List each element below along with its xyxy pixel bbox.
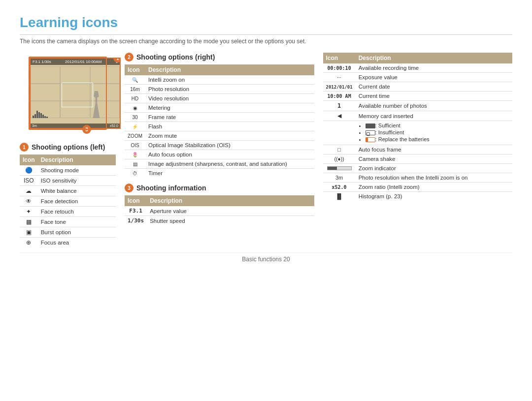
face-detect-icon: 👁 bbox=[26, 198, 32, 205]
footer-text: Basic functions 20 bbox=[242, 256, 290, 263]
intelli-zoom-icon: 🔍 bbox=[132, 77, 138, 83]
table-row: ▩ Face tone bbox=[20, 217, 116, 227]
table-row: 1/30s Shutter speed bbox=[125, 216, 314, 226]
desc-cell: Zoom indicator bbox=[356, 164, 512, 173]
camera-aperture-shutter: F3.1 1/30s bbox=[33, 60, 51, 64]
table-row: 1 Available number of photos bbox=[323, 101, 513, 111]
desc-cell: Shutter speed bbox=[147, 216, 314, 226]
icon-cell: 👁 bbox=[20, 196, 38, 207]
left-col-desc: Description bbox=[38, 154, 116, 165]
table-row: 🌷 Auto focus option bbox=[125, 150, 314, 159]
desc-cell: Histogram (p. 23) bbox=[356, 192, 512, 201]
table-row: ▣ Burst option bbox=[20, 227, 116, 238]
icon-cell: 16m bbox=[125, 85, 145, 94]
page-title: Learning icons bbox=[20, 15, 512, 35]
desc-cell: Timer bbox=[145, 169, 314, 178]
icon-cell: ((♦)) bbox=[323, 154, 356, 164]
table-row: ZOOM Zoom mute bbox=[125, 131, 314, 141]
icon-cell: 1/30s bbox=[125, 216, 147, 226]
right-col-desc: Description bbox=[145, 64, 314, 75]
desc-cell: Metering bbox=[145, 103, 314, 113]
table-row: ⚡ Flash bbox=[125, 122, 314, 131]
info-section-title: Shooting information bbox=[136, 184, 206, 192]
desc-cell: Burst option bbox=[38, 227, 116, 238]
camera-bottom-bar: 3m x52.0 bbox=[31, 123, 120, 128]
icon-cell: ✦ bbox=[20, 207, 38, 217]
img-adj-icon: ▤ bbox=[133, 161, 137, 167]
icon-cell: ☁ bbox=[20, 186, 38, 196]
camera-preview-column: 1 2 F3.1 1/30s 2012/01/01 10:00AM 1 bbox=[20, 53, 116, 247]
table-row: ··· Exposure value bbox=[323, 73, 513, 82]
battery-item: : Insufficient bbox=[366, 129, 509, 135]
zoom-mute-icon: ZOOM bbox=[128, 133, 142, 139]
camera-histogram bbox=[33, 108, 50, 118]
table-row: ◉ Metering bbox=[125, 103, 314, 113]
table-row: ▐▌ Histogram (p. 23) bbox=[323, 192, 513, 201]
left-section-title: Shooting options (left) bbox=[32, 143, 105, 151]
battery-item: : Replace the batteries bbox=[366, 136, 509, 142]
right-panel-table: Icon Description 00:00:10 Available reco… bbox=[323, 53, 513, 201]
icon-cell: 10:00 AM bbox=[323, 92, 356, 101]
desc-cell: : Sufficient: Insufficient: Replace the … bbox=[356, 121, 512, 145]
table-row: □ Auto focus frame bbox=[323, 145, 513, 154]
info-table: Icon Description F3.1 Aperture value 1/3… bbox=[125, 195, 314, 225]
photo-res-icon: 16m bbox=[130, 87, 139, 92]
video-res-icon: HD bbox=[132, 96, 138, 101]
table-row: 3m Photo resolution when the Intelli zoo… bbox=[323, 173, 513, 183]
info-section: 3 Shooting information Icon Description … bbox=[125, 184, 314, 225]
battery-item: : Sufficient bbox=[366, 123, 509, 128]
desc-text: Available number of photos bbox=[359, 103, 427, 109]
focus-icon: ⊕ bbox=[26, 239, 31, 246]
rp-col-icon: Icon bbox=[323, 53, 356, 63]
photo-count-icon: 1 bbox=[337, 102, 341, 109]
icon-cell: ⏱ bbox=[125, 169, 145, 178]
af-icon: 🌷 bbox=[132, 152, 138, 157]
page-subtitle: The icons the camera displays on the scr… bbox=[20, 38, 512, 45]
desc-cell: Photo resolution bbox=[145, 85, 314, 94]
icon-cell: 2012/01/01 bbox=[323, 82, 356, 92]
table-row: 2012/01/01 Current date bbox=[323, 82, 513, 92]
table-row: 30 Frame rate bbox=[125, 113, 314, 122]
info-col-desc: Description bbox=[147, 195, 314, 206]
desc-cell: Video resolution bbox=[145, 94, 314, 103]
table-row: 👁 Face detection bbox=[20, 196, 116, 207]
camera-bottom-left: 3m bbox=[32, 124, 37, 127]
shooting-mode-icon: 🔵 bbox=[25, 167, 33, 174]
table-row: ☁ White balance bbox=[20, 186, 116, 196]
icon-cell: HD bbox=[125, 94, 145, 103]
right-section: 2 Shooting options (right) Icon Descript… bbox=[125, 53, 314, 178]
flash-icon: ⚡ bbox=[132, 124, 138, 129]
icon-cell: F3.1 bbox=[125, 206, 147, 216]
table-row: ⏱ Timer bbox=[125, 169, 314, 178]
rec-time-icon: 00:00:10 bbox=[328, 65, 351, 71]
table-row: F3.1 Aperture value bbox=[125, 206, 314, 216]
icon-cell: ◉ bbox=[125, 103, 145, 113]
table-row: 🔵 Shooting mode bbox=[20, 165, 116, 176]
ois-icon: OIS bbox=[131, 143, 139, 148]
table-row: 🔍 Intelli zoom on bbox=[125, 75, 314, 85]
icon-cell bbox=[323, 164, 356, 173]
icon-cell: ▐▌ bbox=[323, 192, 356, 201]
camera-date: 2012/01/01 10:00AM bbox=[65, 60, 101, 64]
wb-icon: ☁ bbox=[26, 187, 32, 194]
desc-text: Available recording time bbox=[359, 65, 419, 71]
table-row: ✦ Face retouch bbox=[20, 207, 116, 217]
timer-icon: ⏱ bbox=[133, 171, 137, 176]
desc-cell: Memory card inserted bbox=[356, 111, 512, 121]
rp-col-desc: Description bbox=[356, 53, 512, 63]
icon-cell: 🔍 bbox=[125, 75, 145, 85]
camera-top-bar: F3.1 1/30s 2012/01/01 10:00AM 1 bbox=[31, 59, 120, 65]
battery-list: : Sufficient: Insufficient: Replace the … bbox=[359, 123, 509, 142]
desc-text: Photo resolution when the Intelli zoom i… bbox=[359, 175, 468, 181]
footer: Basic functions 20 bbox=[20, 252, 512, 263]
desc-cell: Current date bbox=[356, 82, 512, 92]
camera-screen: 1 2 F3.1 1/30s 2012/01/01 10:00AM 1 bbox=[30, 58, 121, 129]
desc-text: Exposure value bbox=[359, 74, 398, 80]
icon-cell: 🌷 bbox=[125, 150, 145, 159]
icon-cell: 🔵 bbox=[20, 165, 38, 176]
table-row: ((♦)) Camera shake bbox=[323, 154, 513, 164]
iso-icon: ISO bbox=[24, 177, 34, 184]
table-row: x52.0 Zoom ratio (Intelli zoom) bbox=[323, 183, 513, 192]
icon-cell: ◀ bbox=[323, 111, 356, 121]
left-section-num: 1 bbox=[20, 143, 29, 152]
